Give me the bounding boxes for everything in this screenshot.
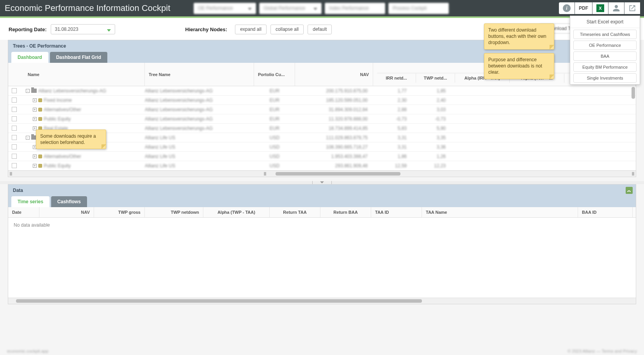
table-row[interactable]: +Public EquityAllianz Lebensversicherung… bbox=[8, 114, 636, 124]
export-item-single-investments[interactable]: Single Investments bbox=[573, 73, 637, 83]
row-tree-name: Allianz Life US bbox=[145, 154, 254, 159]
row-ccy: EUR bbox=[254, 126, 295, 131]
footer-right: © 2023 Allianz — Terms and Privacy bbox=[568, 349, 637, 353]
row-irr: 1,86 bbox=[373, 154, 412, 159]
col-return-baa[interactable]: Return BAA bbox=[320, 207, 371, 217]
tree-expand-toggle[interactable]: - bbox=[26, 136, 30, 140]
trees-grid: Name Tree Name Portolio Cu... NAV Year t… bbox=[8, 63, 636, 177]
nav-dropdown-global[interactable]: Global Performance bbox=[259, 3, 322, 14]
collapse-all-button[interactable]: collapse all bbox=[270, 25, 304, 34]
row-nav: 200.175.910.875,00 bbox=[295, 88, 373, 94]
row-checkbox[interactable] bbox=[12, 154, 17, 159]
tree-expand-toggle[interactable]: - bbox=[26, 89, 30, 93]
export-item-baa[interactable]: BAA bbox=[573, 51, 637, 61]
row-twp: -0,73 bbox=[412, 116, 451, 122]
col-date[interactable]: Date bbox=[8, 207, 39, 217]
expand-all-button[interactable]: expand all bbox=[235, 25, 267, 34]
col-nav[interactable]: NAV bbox=[295, 63, 373, 86]
pdf-label: PDF bbox=[579, 5, 588, 11]
vertical-scrollbar-thumb[interactable] bbox=[632, 87, 635, 99]
popout-icon bbox=[628, 4, 636, 12]
row-checkbox[interactable] bbox=[12, 163, 17, 168]
row-nav: 31.894.309.012,84 bbox=[295, 107, 373, 112]
nav-dropdown-oe[interactable]: OE Performance bbox=[194, 3, 256, 14]
col-irr-netdown[interactable]: IRR netd... bbox=[377, 73, 416, 83]
row-checkbox[interactable] bbox=[12, 135, 17, 140]
row-checkbox[interactable] bbox=[12, 88, 17, 93]
row-ccy: USD bbox=[254, 135, 295, 140]
row-irr: -0,73 bbox=[373, 116, 412, 122]
panel-splitter[interactable] bbox=[0, 181, 644, 184]
info-button[interactable]: i bbox=[559, 2, 575, 14]
col-tree-name[interactable]: Tree Name bbox=[145, 63, 254, 86]
row-twp: 2,40 bbox=[412, 98, 451, 103]
popout-button[interactable] bbox=[624, 2, 640, 14]
nav-link-process[interactable]: Process Cockpit bbox=[388, 3, 449, 14]
tab-cashflows[interactable]: Cashflows bbox=[51, 196, 87, 207]
pdf-export-button[interactable]: PDF bbox=[575, 2, 592, 14]
row-checkbox-cell bbox=[8, 107, 20, 112]
row-tree-name: Allianz Lebensversicherungs-AG bbox=[145, 107, 254, 112]
tree-expand-toggle[interactable]: + bbox=[33, 154, 37, 158]
nav-link-index[interactable]: Index Performance bbox=[325, 3, 385, 14]
footer-left: economic.cockpit.app bbox=[7, 349, 48, 353]
col-taa-name[interactable]: TAA Name bbox=[422, 207, 578, 217]
excel-icon: X bbox=[596, 4, 604, 12]
row-name: Allianz Lebensversicherungs-AG bbox=[38, 88, 106, 94]
data-grid-body[interactable]: No data available bbox=[8, 218, 636, 298]
leaf-icon bbox=[38, 98, 42, 102]
reporting-date-value: 31.08.2023 bbox=[55, 27, 78, 32]
default-button[interactable]: default bbox=[308, 25, 332, 34]
table-row[interactable]: -Allianz Lebensversicherungs-AGAllianz L… bbox=[8, 86, 636, 96]
tab-dashboard[interactable]: Dashboard bbox=[11, 52, 48, 63]
data-horizontal-scrollbar[interactable] bbox=[8, 298, 636, 304]
export-item-equity-bm[interactable]: Equity BM Performance bbox=[573, 62, 637, 72]
excel-export-button[interactable]: X bbox=[592, 2, 608, 14]
row-tree-name: Allianz Life US bbox=[145, 144, 254, 150]
table-row[interactable]: +Alternatives/OtherAllianz Life USUSD1.9… bbox=[8, 152, 636, 161]
row-checkbox[interactable] bbox=[12, 116, 17, 121]
col-baa-id[interactable]: BAA ID bbox=[578, 207, 633, 217]
tree-expand-toggle[interactable]: + bbox=[33, 164, 37, 168]
col-name[interactable]: Name bbox=[8, 63, 145, 86]
col-return-taa[interactable]: Return TAA bbox=[270, 207, 320, 217]
collapse-panel-button[interactable]: ︽ bbox=[626, 187, 633, 194]
left-hscroll[interactable] bbox=[8, 170, 268, 177]
col-twp-gross[interactable]: TWP gross bbox=[94, 207, 145, 217]
row-checkbox[interactable] bbox=[12, 144, 17, 149]
leaf-icon bbox=[38, 117, 42, 121]
tab-dashboard-flat-grid[interactable]: Dashboard Flat Grid bbox=[50, 52, 107, 63]
col-portfolio-ccy[interactable]: Portolio Cu... bbox=[254, 63, 295, 86]
tab-time-series[interactable]: Time series bbox=[11, 196, 50, 207]
header-nav-dropdowns: OE Performance Global Performance Index … bbox=[194, 3, 449, 14]
table-row[interactable]: +Fixed IncomeAllianz Lebensversicherungs… bbox=[8, 96, 636, 105]
col-alpha-twp-taa[interactable]: Alpha (TWP - TAA) bbox=[203, 207, 270, 217]
right-hscroll[interactable] bbox=[268, 170, 636, 177]
row-checkbox[interactable] bbox=[12, 107, 17, 112]
table-row[interactable]: +Alternatives/OtherAllianz Lebensversich… bbox=[8, 105, 636, 114]
reporting-date-select[interactable]: 31.08.2023 bbox=[51, 24, 115, 34]
row-checkbox[interactable] bbox=[12, 98, 17, 103]
row-name-cell: +Public Equity bbox=[20, 163, 145, 169]
note-corner-icon bbox=[550, 45, 554, 50]
row-name-cell: +Alternatives/Other bbox=[20, 154, 145, 159]
chevron-down-icon bbox=[107, 29, 111, 32]
row-ccy: USD bbox=[254, 144, 295, 150]
export-item-timeseries-cashflows[interactable]: Timeseries and Cashflows bbox=[573, 30, 637, 39]
no-data-message: No data available bbox=[8, 218, 636, 233]
user-menu-button[interactable] bbox=[608, 2, 624, 14]
note-corner-icon bbox=[101, 144, 106, 149]
row-nav: 185.120.599.051,00 bbox=[295, 98, 373, 103]
tree-expand-toggle[interactable]: + bbox=[33, 98, 37, 102]
row-checkbox[interactable] bbox=[12, 126, 17, 131]
tree-expand-toggle[interactable]: + bbox=[33, 117, 37, 121]
table-row[interactable]: +Public EquityAllianz Life USUSD293.861.… bbox=[8, 161, 636, 170]
export-item-oe-performance[interactable]: OE Performance bbox=[573, 41, 637, 50]
col-nav[interactable]: NAV bbox=[39, 207, 94, 217]
col-taa-id[interactable]: TAA ID bbox=[371, 207, 422, 217]
row-irr: 3,31 bbox=[373, 135, 412, 140]
col-twp-netdown[interactable]: TWP netdown bbox=[145, 207, 203, 217]
col-twp-netdown[interactable]: TWP netd... bbox=[416, 73, 455, 83]
trees-grid-body[interactable]: -Allianz Lebensversicherungs-AGAllianz L… bbox=[8, 86, 636, 170]
tree-expand-toggle[interactable]: + bbox=[33, 108, 37, 112]
